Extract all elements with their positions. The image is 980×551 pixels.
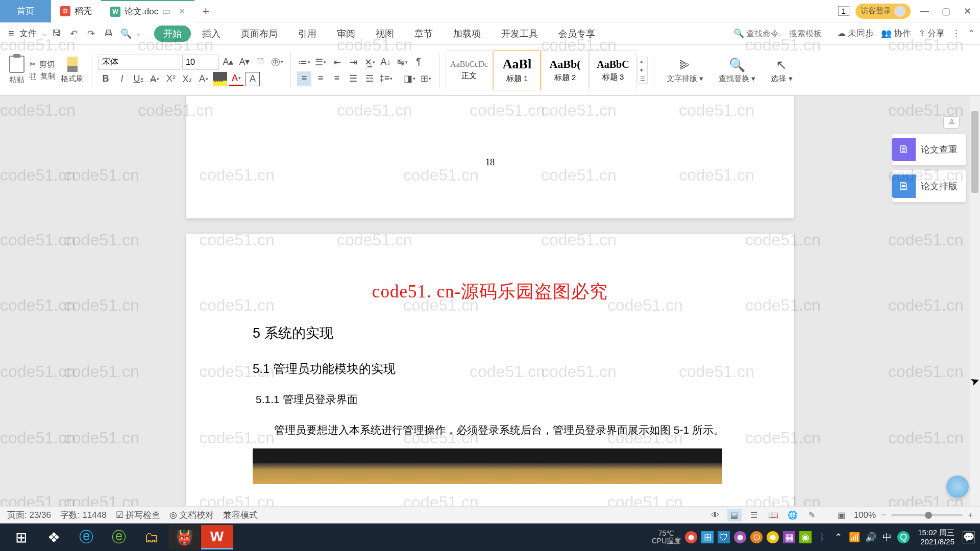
select-button[interactable]: ↖选择 ▾ <box>765 57 798 84</box>
redo-icon[interactable]: ↷ <box>84 26 99 41</box>
document-workspace[interactable]: 18 code51. cn-源码乐园盗图必究 5 系统的实现 5.1 管理员功能… <box>0 96 980 534</box>
word-counter[interactable]: 字数: 11448 <box>60 509 107 521</box>
style-h3[interactable]: AaBbC标题 3 <box>590 51 636 90</box>
clear-format-icon[interactable]: Ａ̷ <box>254 55 268 69</box>
strikethrough-button[interactable]: A̶▾ <box>148 72 162 86</box>
number-list-button[interactable]: ☰▾ <box>313 55 328 69</box>
font-name-select[interactable] <box>99 55 180 70</box>
menu-tab-review[interactable]: 审阅 <box>328 24 364 43</box>
guest-login-button[interactable]: 访客登录 <box>855 4 911 19</box>
save-icon[interactable]: 🖫 <box>49 26 64 41</box>
tray-icon-3[interactable]: 🛡 <box>718 531 730 543</box>
taskbar-app-2[interactable]: 👹 <box>168 525 200 549</box>
line-spacing-button[interactable]: ‡≡▾ <box>379 71 393 86</box>
align-center-button[interactable]: ≡ <box>313 71 328 86</box>
align-justify-button[interactable]: ☰ <box>346 71 360 86</box>
sync-status[interactable]: ☁未同步 <box>837 28 874 39</box>
close-button[interactable]: ✕ <box>960 6 975 17</box>
tab-button[interactable]: ↹▾ <box>395 55 409 69</box>
tab-window-icon[interactable]: ▭ <box>162 6 170 17</box>
italic-button[interactable]: I <box>115 72 129 86</box>
tray-icon-5[interactable]: ⊙ <box>750 531 763 543</box>
sort-button[interactable]: A↓ <box>379 55 393 69</box>
align-right-button[interactable]: ≡ <box>330 71 344 86</box>
menu-tab-view[interactable]: 视图 <box>366 24 403 43</box>
taskbar-app-1[interactable]: ❖ <box>38 525 69 549</box>
tray-caret-icon[interactable]: ⌃ <box>832 531 844 543</box>
menu-tab-start[interactable]: 开始 <box>154 26 191 42</box>
subscript-button[interactable]: X₂ <box>180 72 194 86</box>
grow-font-icon[interactable]: A▴ <box>221 55 235 69</box>
menu-tab-layout[interactable]: 页面布局 <box>232 24 287 43</box>
find-replace-button[interactable]: 🔍查找替换 ▾ <box>713 57 762 84</box>
fit-page-icon[interactable]: ▣ <box>835 509 849 521</box>
annotate-icon[interactable]: ✎ <box>805 509 819 521</box>
scrollbar-thumb[interactable] <box>971 111 978 193</box>
menu-tab-insert[interactable]: 插入 <box>193 24 230 43</box>
increase-indent-button[interactable]: ⇥ <box>346 55 360 69</box>
taskbar-wps[interactable]: W <box>201 525 233 549</box>
tab-close-icon[interactable]: ✕ <box>179 7 185 16</box>
maximize-button[interactable]: ▢ <box>938 6 953 17</box>
zoom-label[interactable]: 100% <box>854 510 876 520</box>
notifications-icon[interactable]: 💬 <box>963 531 975 543</box>
tray-nvidia-icon[interactable]: ◉ <box>799 531 812 543</box>
tray-wifi-icon[interactable]: 📶 <box>848 531 861 543</box>
menu-tab-addons[interactable]: 加载项 <box>444 24 490 43</box>
file-menu[interactable]: 文件 <box>19 28 40 39</box>
menu-hamburger-icon[interactable]: ≡ <box>5 28 17 39</box>
tray-icon-7[interactable]: ▦ <box>783 531 795 543</box>
taskbar-explorer[interactable]: 🗂 <box>136 525 167 549</box>
settings-icon[interactable]: ⋮ <box>952 28 961 39</box>
tray-ime[interactable]: 中 <box>881 531 893 543</box>
cpu-temp-widget[interactable]: 75℃CPU温度 <box>652 530 681 545</box>
tray-icon-6[interactable]: ☻ <box>767 531 779 543</box>
spell-check-toggle[interactable]: ☑拼写检查 <box>116 509 160 521</box>
web-view-icon[interactable]: 🌐 <box>786 509 800 521</box>
menu-tab-section[interactable]: 章节 <box>405 24 442 43</box>
side-card-plagiarism-check[interactable]: 🗎论文查重 <box>892 134 966 165</box>
phonetic-icon[interactable]: ㊥▾ <box>270 55 284 69</box>
tray-icon-1[interactable]: ☻ <box>685 531 697 543</box>
menu-tab-reference[interactable]: 引用 <box>289 24 326 43</box>
add-tab-button[interactable]: + <box>194 4 217 18</box>
superscript-button[interactable]: X² <box>164 72 178 86</box>
zoom-out-button[interactable]: − <box>881 510 886 520</box>
taskbar-browser[interactable]: ⓔ <box>103 525 135 549</box>
template-search-input[interactable] <box>789 29 830 38</box>
command-search[interactable]: 🔍 <box>733 28 782 39</box>
minimize-button[interactable]: — <box>917 6 932 16</box>
underline-button[interactable]: U▾ <box>131 72 145 86</box>
tray-volume-icon[interactable]: 🔊 <box>865 531 877 543</box>
asian-layout-button[interactable]: ✕̲▾ <box>362 55 377 69</box>
command-search-input[interactable] <box>746 29 782 38</box>
menu-tab-devtools[interactable]: 开发工具 <box>492 24 547 43</box>
undo-icon[interactable]: ↶ <box>66 26 82 41</box>
show-marks-button[interactable]: ¶ <box>411 55 426 69</box>
style-h1[interactable]: AaBl标题 1 <box>494 51 541 90</box>
style-body[interactable]: AaBbCcDc正文 <box>446 51 493 90</box>
bold-button[interactable]: B <box>99 72 113 86</box>
border-button[interactable]: ⊞▾ <box>419 71 433 86</box>
start-button[interactable]: ⊞ <box>5 525 37 549</box>
tray-bluetooth-icon[interactable]: ᛒ <box>816 531 828 543</box>
bullet-list-button[interactable]: ≔▾ <box>297 55 311 69</box>
vertical-scrollbar[interactable] <box>970 96 980 534</box>
assistant-bubble[interactable] <box>946 475 969 498</box>
page-view-icon[interactable]: ▤ <box>727 509 742 521</box>
align-distribute-button[interactable]: ☲ <box>362 71 377 86</box>
page-counter[interactable]: 页面: 23/36 <box>7 509 51 521</box>
print-icon[interactable]: 🖶 <box>101 26 116 41</box>
reading-view-icon[interactable]: 📖 <box>766 509 780 521</box>
tray-icon-2[interactable]: ⊞ <box>701 531 714 543</box>
print-preview-icon[interactable]: 🔍 <box>118 26 134 41</box>
menu-tab-member[interactable]: 会员专享 <box>549 24 604 43</box>
decrease-indent-button[interactable]: ⇤ <box>330 55 344 69</box>
align-left-button[interactable]: ≡ <box>297 71 311 86</box>
tray-icon-4[interactable]: ☻ <box>734 531 746 543</box>
zoom-handle[interactable] <box>925 512 932 519</box>
share-button[interactable]: ⇪分享 <box>918 28 945 39</box>
collab-button[interactable]: 👥协作 <box>881 28 911 39</box>
shading-button[interactable]: ◨▾ <box>402 71 416 86</box>
collapse-ribbon-icon[interactable]: ⌃ <box>968 28 975 39</box>
